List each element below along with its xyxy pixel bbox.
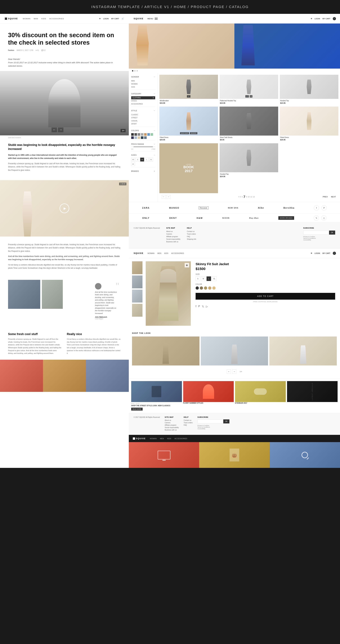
- help-faq[interactable]: FAQ: [187, 236, 196, 238]
- page-4[interactable]: 4: [238, 196, 240, 198]
- help-track[interactable]: Track orders: [187, 233, 196, 235]
- catalog-login[interactable]: LOGIN: [314, 18, 320, 20]
- page-12[interactable]: 12: [250, 196, 252, 198]
- brand-zara[interactable]: ZARA: [142, 206, 150, 209]
- pinterest-icon[interactable]: P: [322, 205, 327, 210]
- catalog-search-icon[interactable]: ⊕: [311, 18, 312, 20]
- facebook-icon[interactable]: f: [314, 205, 319, 210]
- wishlist-overlay-2[interactable]: ♥: [250, 95, 252, 98]
- filter-classic[interactable]: CLASSIC: [131, 113, 155, 116]
- brand-rayban[interactable]: Ray-Ban: [249, 217, 259, 219]
- brand-dkny[interactable]: DKNY: [169, 217, 177, 219]
- share-instagram[interactable]: ▷: [206, 305, 208, 308]
- color-4[interactable]: [208, 286, 211, 290]
- product-accessibility-link[interactable]: Accessibility: [198, 428, 206, 430]
- sitemap-about[interactable]: About us: [166, 230, 180, 232]
- more-brands-button[interactable]: MORE BRANDS: [278, 216, 294, 220]
- subscribe-button[interactable]: OK: [329, 230, 335, 234]
- bottom-nav-logo[interactable]: SQUIXE: [133, 437, 146, 440]
- product-subscribe-button[interactable]: OK: [223, 420, 230, 424]
- nav-accessories[interactable]: ACCESSORIES: [50, 18, 64, 20]
- gender-toggle[interactable]: −: [154, 76, 155, 78]
- lookbook-card[interactable]: LOOK BOOK2017: [160, 143, 218, 193]
- instagram-icon[interactable]: ◻: [321, 216, 326, 220]
- play-button[interactable]: [60, 204, 69, 213]
- page-7[interactable]: 7: [244, 195, 245, 199]
- filter-accessories[interactable]: ACCESSORIES: [131, 102, 155, 106]
- dot-1[interactable]: [132, 70, 133, 72]
- next-label[interactable]: NEXT: [331, 196, 336, 198]
- brand-hm[interactable]: H&M: [196, 217, 203, 219]
- share-twitter[interactable]: 𝕏: [202, 305, 204, 308]
- menu-label[interactable]: MENU: [148, 18, 153, 20]
- blog-card-img-1[interactable]: [131, 381, 182, 402]
- nav-woman[interactable]: WOMAN: [23, 18, 30, 20]
- brand-nike[interactable]: Nike: [258, 206, 264, 209]
- dot-3[interactable]: [136, 70, 138, 72]
- zoom-button[interactable]: ⊕: [185, 263, 189, 268]
- page-5[interactable]: 5: [240, 196, 241, 198]
- product-sitemap-business[interactable]: Business with us: [165, 429, 179, 431]
- swatch-1[interactable]: [131, 133, 134, 136]
- color-2[interactable]: [200, 286, 203, 290]
- product-subscribe-input[interactable]: [198, 420, 223, 424]
- product-terms-link[interactable]: Terms & Conditions: [198, 426, 210, 428]
- remove-clothing-icon[interactable]: ✕: [152, 97, 154, 99]
- share-pinterest[interactable]: P: [198, 305, 200, 308]
- bottom-nav-men[interactable]: MEN: [160, 438, 164, 440]
- bottom-nav-kids[interactable]: KIDS: [167, 438, 171, 440]
- catalog-logo[interactable]: SQUIXE: [133, 18, 144, 20]
- nav-man[interactable]: MAN: [34, 18, 38, 20]
- product-help-track[interactable]: Track orders: [184, 422, 193, 424]
- brands-toggle[interactable]: +: [154, 170, 155, 172]
- product-help-faq[interactable]: FAQ: [184, 424, 193, 426]
- read-more-button-1[interactable]: READ MORE: [131, 408, 143, 410]
- filter-sport[interactable]: SPORT: [131, 122, 155, 126]
- product-sitemap-careers[interactable]: Careers: [165, 422, 179, 424]
- swatch-4[interactable]: [141, 133, 144, 136]
- accessibility-link[interactable]: Accessibility: [303, 239, 311, 241]
- sitemap-affiliate[interactable]: Affiliate program: [166, 236, 180, 238]
- swatch-8[interactable]: [131, 136, 134, 139]
- subscribe-input[interactable]: [303, 230, 329, 234]
- look-prev-arrow[interactable]: ←: [227, 370, 231, 374]
- product-nav-woman[interactable]: WOMAN: [148, 252, 154, 254]
- product-logo[interactable]: SQUIXE: [133, 252, 144, 254]
- look-next-arrow[interactable]: →: [232, 370, 236, 374]
- add-to-cart-overlay-2[interactable]: 🛒: [245, 95, 249, 98]
- filter-kids[interactable]: KIDS: [131, 86, 155, 88]
- swatch-10[interactable]: [138, 136, 140, 139]
- size-xl[interactable]: XL: [149, 158, 153, 162]
- swatch-5[interactable]: [144, 133, 147, 136]
- brand-newera[interactable]: NEW ERA: [228, 207, 238, 209]
- swatch-9[interactable]: [134, 136, 137, 139]
- size-s[interactable]: S: [196, 276, 200, 281]
- color-5[interactable]: [212, 286, 216, 290]
- favorite-overlay-4[interactable]: FAVORITE: [190, 132, 197, 134]
- sitemap-business[interactable]: Business with us: [166, 241, 180, 243]
- filter-casual[interactable]: CASUAL: [131, 119, 155, 122]
- prev-arrow[interactable]: ←: [162, 195, 166, 199]
- category-toggle[interactable]: −: [154, 92, 155, 95]
- size-2x[interactable]: 2X: [131, 162, 135, 166]
- search-icon[interactable]: ⊕: [99, 18, 100, 20]
- product-search-icon[interactable]: ⊕: [311, 252, 312, 254]
- add-to-cart-overlay-1[interactable]: 🛒: [187, 95, 190, 98]
- swatch-7[interactable]: [150, 133, 153, 136]
- page-6[interactable]: 6: [242, 196, 243, 198]
- twitter-icon[interactable]: 𝕏: [314, 216, 319, 220]
- swatch-11[interactable]: [141, 136, 144, 139]
- add-to-cart-button[interactable]: ADD TO CART: [196, 293, 335, 300]
- bottom-nav-accessories[interactable]: ACCESSORIES: [174, 438, 187, 440]
- sitemap-social[interactable]: Social responsibility: [166, 238, 180, 240]
- product-sitemap-about[interactable]: About us: [165, 420, 179, 421]
- product-cart-icon[interactable]: 🛒: [333, 252, 336, 255]
- product-help-contact[interactable]: Contact us: [184, 420, 193, 421]
- color-3[interactable]: [204, 286, 207, 290]
- prev-label[interactable]: PREV: [323, 196, 328, 198]
- page-13[interactable]: 13: [253, 196, 255, 198]
- product-sitemap-social[interactable]: Social responsibility: [165, 427, 179, 428]
- size-s[interactable]: S: [136, 158, 140, 162]
- size-l[interactable]: L: [145, 158, 148, 162]
- help-contact[interactable]: Contact us: [187, 230, 196, 232]
